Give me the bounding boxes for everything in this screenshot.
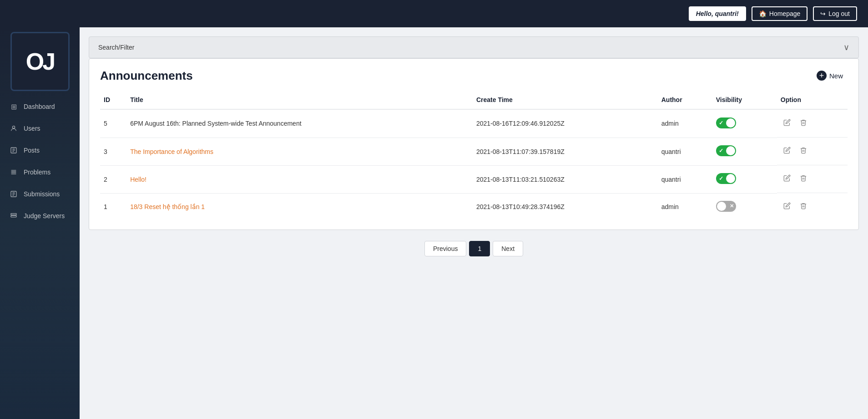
previous-button[interactable]: Previous [424,241,466,256]
layout: OJ ⊞ Dashboard Users Posts Problems [0,27,868,419]
cell-create-time: 2021-08-13T10:49:28.374196Z [473,193,658,220]
sidebar-label-judge-servers: Judge Servers [24,212,65,220]
logo-text: OJ [26,50,54,73]
cell-id: 5 [100,109,126,138]
col-header-create-time: Create Time [473,91,658,109]
edit-icon[interactable] [781,145,793,158]
col-header-option: Option [777,91,848,109]
search-filter-label: Search/Filter [98,44,134,51]
logout-button[interactable]: ↪ Log out [813,6,857,21]
announcements-card: Announcements + New ID Title Create Time… [89,58,859,230]
col-header-id: ID [100,91,126,109]
sidebar-label-dashboard: Dashboard [24,103,55,110]
pagination: Previous 1 Next [89,241,859,256]
cell-create-time: 2021-08-13T11:03:21.510263Z [473,165,658,193]
cell-create-time: 2021-08-13T11:07:39.157819Z [473,138,658,165]
cell-option [777,110,848,138]
svg-point-0 [12,126,15,128]
cell-visibility[interactable]: ✓✕ [712,165,777,193]
delete-icon[interactable] [797,200,810,213]
table-row: 56PM August 16th: Planned System-wide Te… [100,109,848,138]
cell-id: 2 [100,165,126,193]
next-button[interactable]: Next [493,241,523,256]
cell-author: quantri [658,165,712,193]
sidebar-item-submissions[interactable]: Submissions [0,183,80,205]
posts-icon [9,146,18,155]
sidebar-item-posts[interactable]: Posts [0,139,80,161]
sidebar-label-posts: Posts [24,147,40,154]
page-title: Announcements [100,69,193,83]
judge-servers-icon [9,211,18,220]
delete-icon[interactable] [797,173,810,185]
problems-icon [9,168,18,177]
top-nav: Hello, quantri! 🏠 Homepage ↪ Log out [0,0,868,27]
homepage-label: Homepage [769,10,801,17]
sidebar-item-problems[interactable]: Problems [0,161,80,183]
visibility-toggle[interactable]: ✓✕ [716,118,736,128]
col-header-title: Title [126,91,473,109]
cell-option [777,138,848,165]
visibility-toggle[interactable]: ✓✕ [716,173,736,184]
main-content: Search/Filter ∨ Announcements + New ID T… [80,27,868,419]
chevron-down-icon: ∨ [843,42,849,52]
sidebar-label-users: Users [24,125,40,132]
cell-author: quantri [658,138,712,165]
sidebar-item-users[interactable]: Users [0,118,80,139]
sidebar-item-judge-servers[interactable]: Judge Servers [0,205,80,227]
username-text: quantri! [715,10,739,17]
table-header-row: ID Title Create Time Author Visibility O… [100,91,848,109]
sidebar: OJ ⊞ Dashboard Users Posts Problems [0,27,80,419]
submissions-icon [9,189,18,199]
cell-id: 1 [100,193,126,220]
cell-create-time: 2021-08-16T12:09:46.912025Z [473,109,658,138]
cell-id: 3 [100,138,126,165]
cell-title[interactable]: Hello! [126,165,473,193]
users-icon [9,124,18,133]
logout-label: Log out [828,10,850,17]
logo: OJ [10,32,70,91]
edit-icon[interactable] [781,173,793,185]
cell-visibility[interactable]: ✓✕ [712,193,777,220]
plus-icon: + [817,71,827,81]
cell-title[interactable]: 18/3 Reset hệ thống lần 1 [126,193,473,220]
search-filter-bar[interactable]: Search/Filter ∨ [89,36,859,58]
new-label: New [829,72,843,80]
table-wrapper: ID Title Create Time Author Visibility O… [89,91,858,230]
sidebar-label-submissions: Submissions [24,190,60,198]
cell-option [777,193,848,220]
table-row: 2Hello!2021-08-13T11:03:21.510263Zquantr… [100,165,848,193]
home-icon: 🏠 [759,10,767,17]
cell-title[interactable]: The Importance of Algorithms [126,138,473,165]
card-header: Announcements + New [89,59,858,91]
logout-icon: ↪ [820,10,826,17]
svg-rect-14 [11,215,16,217]
edit-icon[interactable] [781,117,793,130]
delete-icon[interactable] [797,145,810,158]
cell-option [777,165,848,193]
homepage-button[interactable]: 🏠 Homepage [752,6,808,21]
user-greeting: Hello, quantri! [689,6,746,21]
table-row: 3The Importance of Algorithms2021-08-13T… [100,138,848,165]
visibility-toggle[interactable]: ✓✕ [716,201,736,212]
col-header-author: Author [658,91,712,109]
edit-icon[interactable] [781,200,793,213]
announcements-table: ID Title Create Time Author Visibility O… [100,91,848,220]
visibility-toggle[interactable]: ✓✕ [716,145,736,156]
new-announcement-button[interactable]: + New [812,68,848,83]
greeting-text: Hello, [696,10,715,17]
page-1-button[interactable]: 1 [469,241,490,256]
cell-author: admin [658,193,712,220]
dashboard-icon: ⊞ [9,102,18,111]
cell-title: 6PM August 16th: Planned System-wide Tes… [126,109,473,138]
table-row: 118/3 Reset hệ thống lần 12021-08-13T10:… [100,193,848,220]
cell-visibility[interactable]: ✓✕ [712,138,777,165]
svg-rect-13 [11,214,16,215]
cell-author: admin [658,109,712,138]
sidebar-label-problems: Problems [24,169,50,176]
sidebar-item-dashboard[interactable]: ⊞ Dashboard [0,96,80,118]
col-header-visibility: Visibility [712,91,777,109]
delete-icon[interactable] [797,117,810,130]
cell-visibility[interactable]: ✓✕ [712,109,777,138]
